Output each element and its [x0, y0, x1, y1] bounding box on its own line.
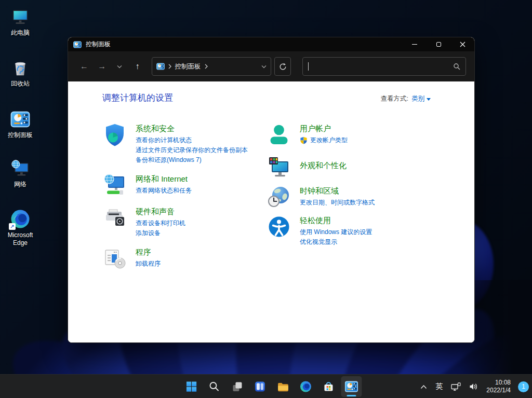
category-hardware-sound: 硬件和声音 查看设备和打印机 添加设备: [102, 205, 267, 238]
shortcut-arrow-icon: ↗: [9, 223, 16, 230]
control-panel-icon: [10, 109, 30, 129]
view-by-dropdown[interactable]: 类别: [411, 94, 431, 103]
breadcrumb-chevron-icon: [204, 63, 208, 70]
category-link[interactable]: 更改日期、时间或数字格式: [300, 198, 375, 208]
uac-shield-icon: [300, 136, 308, 144]
notification-badge[interactable]: 1: [518, 381, 529, 392]
chevron-down-icon: [117, 65, 122, 68]
file-explorer-button[interactable]: [272, 376, 293, 397]
maximize-icon: [436, 42, 441, 47]
title-bar[interactable]: 控制面板: [68, 37, 474, 51]
minimize-button[interactable]: [403, 37, 427, 51]
category-title[interactable]: 用户帐户: [300, 123, 348, 134]
search-icon: [208, 380, 220, 393]
desktop-icon-label: 控制面板: [2, 131, 38, 139]
network-tray-button[interactable]: [448, 377, 464, 396]
address-dropdown-icon[interactable]: [261, 65, 267, 68]
search-button[interactable]: [204, 376, 224, 397]
edge-button[interactable]: [295, 376, 316, 397]
category-user-accounts: 用户帐户 更改帐户类型: [267, 122, 431, 147]
task-view-button[interactable]: [227, 376, 247, 397]
category-title[interactable]: 轻松使用: [300, 215, 372, 226]
desktop-icon-edge[interactable]: ↗ Microsoft Edge: [2, 209, 38, 247]
control-panel-icon: [73, 40, 82, 49]
windows-logo-icon: [185, 380, 197, 393]
category-title[interactable]: 时钟和区域: [300, 185, 375, 196]
user-accounts-icon[interactable]: [267, 122, 291, 147]
category-title[interactable]: 网络和 Internet: [136, 173, 192, 184]
address-bar[interactable]: 控制面板: [152, 57, 272, 76]
category-link[interactable]: 使用 Windows 建议的设置: [300, 227, 372, 237]
control-panel-window: 控制面板 ← → ↑ 控制面板: [68, 37, 475, 343]
volume-tray-button[interactable]: [466, 377, 481, 396]
control-panel-button[interactable]: [341, 376, 362, 397]
category-title[interactable]: 外观和个性化: [300, 160, 347, 171]
category-link[interactable]: 备份和还原(Windows 7): [136, 155, 248, 165]
navigation-toolbar: ← → ↑ 控制面板: [68, 51, 474, 81]
desktop-icon-label: 回收站: [2, 80, 38, 88]
category-link[interactable]: 查看网络状态和任务: [136, 186, 192, 196]
category-title[interactable]: 硬件和声音: [136, 206, 185, 217]
search-box[interactable]: [302, 57, 466, 76]
control-panel-content: 调整计算机的设置 查看方式: 类别 系统和安全 查看你的计算机状态 通过文件历史…: [68, 81, 474, 343]
search-input[interactable]: [310, 63, 453, 70]
dropdown-triangle-icon: [427, 98, 431, 101]
appearance-monitor-icon[interactable]: [267, 155, 291, 180]
category-clock-region: 时钟和区域 更改日期、时间或数字格式: [267, 185, 431, 210]
desktop-icon-control-panel[interactable]: 控制面板: [2, 109, 38, 139]
ease-of-access-icon[interactable]: [267, 214, 291, 239]
tray-time: 10:08: [486, 379, 511, 387]
show-hidden-icons-button[interactable]: [417, 377, 430, 396]
breadcrumb[interactable]: 控制面板: [175, 62, 201, 71]
desktop-icon-label: 此电脑: [2, 29, 38, 37]
category-link[interactable]: 优化视觉显示: [300, 237, 372, 247]
desktop-icon-label: Microsoft Edge: [2, 231, 38, 247]
ime-indicator[interactable]: 英: [432, 377, 446, 396]
active-app-indicator: [347, 395, 356, 396]
printer-speaker-icon[interactable]: [102, 205, 127, 230]
forward-button[interactable]: →: [94, 58, 110, 75]
desktop-icon-label: 网络: [2, 181, 38, 188]
category-title[interactable]: 系统和安全: [136, 123, 248, 134]
up-button[interactable]: ↑: [129, 58, 145, 75]
security-shield-icon[interactable]: [102, 122, 127, 147]
desktop-icon-recycle-bin[interactable]: 回收站: [2, 58, 38, 88]
back-button[interactable]: ←: [76, 58, 92, 75]
edge-icon: [299, 380, 312, 393]
refresh-icon: [279, 63, 287, 71]
search-icon: [453, 63, 460, 70]
category-link[interactable]: 查看你的计算机状态: [136, 135, 248, 145]
category-system-security: 系统和安全 查看你的计算机状态 通过文件历史记录保存你的文件备份副本 备份和还原…: [102, 122, 267, 165]
maximize-button[interactable]: [427, 37, 450, 51]
category-link[interactable]: 通过文件历史记录保存你的文件备份副本: [136, 145, 248, 155]
category-link-change-account-type[interactable]: 更改帐户类型: [300, 135, 348, 145]
desktop-icon-this-pc[interactable]: 此电脑: [2, 7, 38, 37]
refresh-button[interactable]: [274, 57, 291, 76]
clock[interactable]: 10:08 2022/1/4: [483, 377, 514, 396]
category-appearance: 外观和个性化: [267, 155, 431, 180]
category-link[interactable]: 卸载程序: [136, 259, 161, 269]
category-link[interactable]: 添加设备: [136, 228, 185, 238]
window-title: 控制面板: [86, 40, 111, 49]
tray-date: 2022/1/4: [486, 387, 511, 394]
store-button[interactable]: [318, 376, 339, 397]
recent-locations-button[interactable]: [112, 58, 127, 75]
start-button[interactable]: [181, 376, 202, 397]
category-programs: 程序 卸载程序: [102, 246, 267, 271]
close-icon: [460, 42, 466, 47]
category-title[interactable]: 程序: [136, 246, 161, 257]
task-view-icon: [231, 380, 243, 393]
network-monitor-icon[interactable]: [102, 173, 127, 198]
view-by-label: 查看方式:: [381, 94, 408, 103]
widgets-button[interactable]: [249, 376, 270, 397]
taskbar: 英 10:08 2022/1/4 1: [0, 374, 532, 398]
category-network-internet: 网络和 Internet 查看网络状态和任务: [102, 173, 267, 198]
close-button[interactable]: [450, 37, 474, 51]
store-bag-icon: [322, 380, 335, 393]
category-link[interactable]: 查看设备和打印机: [136, 218, 185, 228]
clock-globe-icon[interactable]: [267, 185, 291, 210]
control-panel-icon: [156, 62, 165, 71]
desktop-icon-network[interactable]: 网络: [2, 159, 38, 188]
network-icon: [10, 159, 30, 179]
programs-disc-icon[interactable]: [102, 246, 127, 271]
